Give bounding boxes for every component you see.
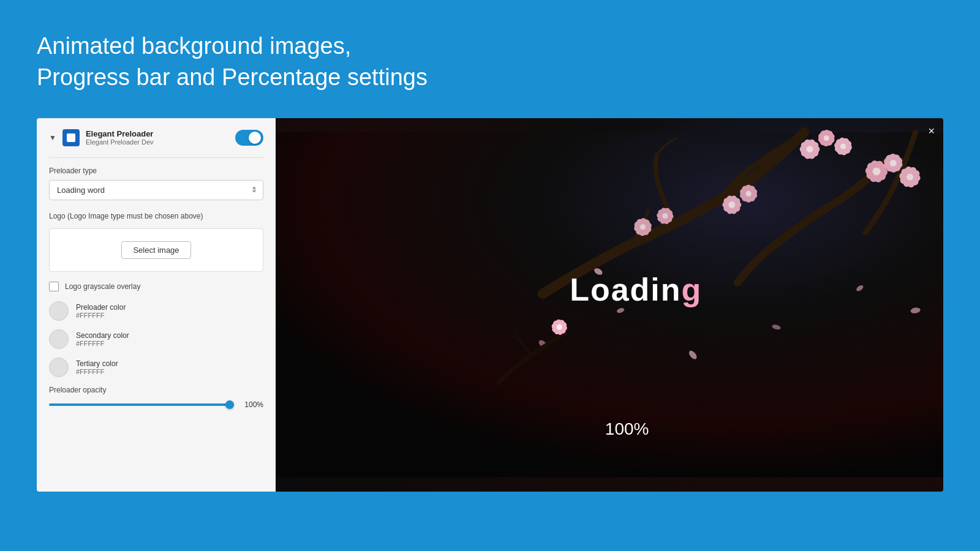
svg-point-27 <box>887 153 899 173</box>
svg-point-56 <box>634 217 652 237</box>
svg-point-5 <box>798 138 821 159</box>
svg-point-11 <box>817 130 836 144</box>
svg-point-3 <box>801 138 818 160</box>
secondary-color-swatch[interactable] <box>49 329 69 349</box>
grayscale-checkbox-row: Logo grayscale overlay <box>49 282 263 291</box>
svg-point-23 <box>864 160 889 182</box>
svg-point-26 <box>883 152 903 173</box>
svg-point-69 <box>551 318 568 335</box>
svg-point-16 <box>834 136 851 156</box>
plugin-icon <box>62 129 80 146</box>
svg-point-67 <box>910 307 921 314</box>
svg-point-68 <box>551 321 568 333</box>
preview-panel: Loading 100% × <box>276 118 943 492</box>
opacity-slider-row: 100% <box>49 400 263 409</box>
svg-point-39 <box>724 194 739 215</box>
close-button[interactable]: × <box>928 126 935 137</box>
loading-word-highlight: g <box>682 272 703 307</box>
svg-point-54 <box>662 213 668 219</box>
svg-point-6 <box>807 146 813 152</box>
svg-point-42 <box>728 201 735 208</box>
plugin-title: Elegant Preloader Elegant Preloader Dev <box>86 129 154 146</box>
svg-point-50 <box>656 207 674 225</box>
svg-point-35 <box>898 167 922 187</box>
page-header: Animated background images, Progress bar… <box>0 0 980 112</box>
svg-point-28 <box>883 152 903 174</box>
svg-point-49 <box>657 211 674 221</box>
preloader-color-value: #FFFFFF <box>76 312 126 319</box>
logo-label: Logo (Logo Image type must be chosen abo… <box>49 211 263 222</box>
secondary-color-name: Secondary color <box>76 331 129 340</box>
svg-point-45 <box>744 184 753 202</box>
tertiary-color-swatch[interactable] <box>49 358 69 377</box>
svg-point-7 <box>817 130 836 146</box>
preloader-color-name: Preloader color <box>76 303 126 312</box>
svg-point-10 <box>817 128 835 148</box>
tertiary-color-name: Tertiary color <box>76 359 118 368</box>
svg-point-2 <box>798 138 821 159</box>
svg-point-19 <box>865 164 888 178</box>
svg-point-36 <box>907 173 913 180</box>
panel-header-left: ▼ Elegant Preloader Elegant Preloader De… <box>49 129 154 146</box>
svg-point-71 <box>552 318 567 335</box>
settings-panel: ▼ Elegant Preloader Elegant Preloader De… <box>37 118 276 492</box>
collapse-arrow-icon[interactable]: ▼ <box>49 133 56 142</box>
loading-text: Loading <box>570 271 702 308</box>
svg-point-52 <box>658 206 673 225</box>
svg-point-18 <box>840 143 846 149</box>
svg-point-20 <box>864 159 889 183</box>
svg-point-46 <box>739 183 758 203</box>
svg-point-44 <box>739 183 758 203</box>
plugin-title-sub: Elegant Preloader Dev <box>86 138 154 146</box>
svg-point-9 <box>821 129 832 146</box>
svg-point-65 <box>855 284 864 292</box>
svg-point-15 <box>837 137 849 156</box>
opacity-slider-track <box>49 403 234 406</box>
svg-point-40 <box>724 194 739 215</box>
secondary-color-row: Secondary color #FFFFFF <box>49 329 263 349</box>
svg-point-29 <box>883 154 904 171</box>
preloader-color-info: Preloader color #FFFFFF <box>76 303 126 319</box>
preloader-color-swatch[interactable] <box>49 301 69 321</box>
preloader-type-select[interactable]: Loading word <box>49 180 263 200</box>
tertiary-color-value: #FFFFFF <box>76 368 118 375</box>
preloader-type-select-wrapper: Loading word ⇕ <box>49 180 263 200</box>
svg-point-51 <box>659 206 671 225</box>
svg-point-72 <box>551 320 568 334</box>
svg-point-43 <box>739 186 759 201</box>
svg-point-22 <box>867 159 887 184</box>
select-image-area: Select image <box>49 228 263 272</box>
svg-point-21 <box>868 159 885 184</box>
grayscale-label: Logo grayscale overlay <box>65 282 140 291</box>
secondary-color-info: Secondary color #FFFFFF <box>76 331 129 347</box>
svg-point-73 <box>557 324 562 329</box>
svg-point-58 <box>633 217 652 237</box>
opacity-slider-thumb[interactable] <box>225 400 234 409</box>
svg-point-32 <box>899 165 921 188</box>
secondary-color-value: #FFFFFF <box>76 340 129 347</box>
svg-point-25 <box>883 155 904 171</box>
plugin-title-main: Elegant Preloader <box>86 129 154 138</box>
grayscale-checkbox[interactable] <box>49 282 59 291</box>
svg-point-13 <box>834 140 853 152</box>
enable-toggle[interactable] <box>235 130 263 146</box>
tertiary-color-info: Tertiary color #FFFFFF <box>76 359 118 375</box>
page-title: Animated background images, Progress bar… <box>37 31 943 94</box>
svg-point-53 <box>655 208 674 223</box>
svg-point-4 <box>801 138 818 160</box>
panel-header: ▼ Elegant Preloader Elegant Preloader De… <box>49 129 263 146</box>
svg-point-17 <box>833 138 853 154</box>
select-image-button[interactable]: Select image <box>121 241 190 259</box>
svg-point-55 <box>633 219 653 234</box>
tertiary-color-row: Tertiary color #FFFFFF <box>49 358 263 377</box>
loading-word-static: Loadin <box>570 272 681 307</box>
percentage-display: 100% <box>605 419 649 439</box>
svg-point-59 <box>633 220 652 234</box>
svg-point-63 <box>688 349 698 360</box>
svg-point-30 <box>890 160 897 167</box>
svg-point-14 <box>834 137 853 156</box>
opacity-label: Preloader opacity <box>49 386 263 394</box>
svg-point-33 <box>903 165 918 188</box>
svg-point-31 <box>899 170 921 184</box>
svg-point-12 <box>824 135 829 141</box>
